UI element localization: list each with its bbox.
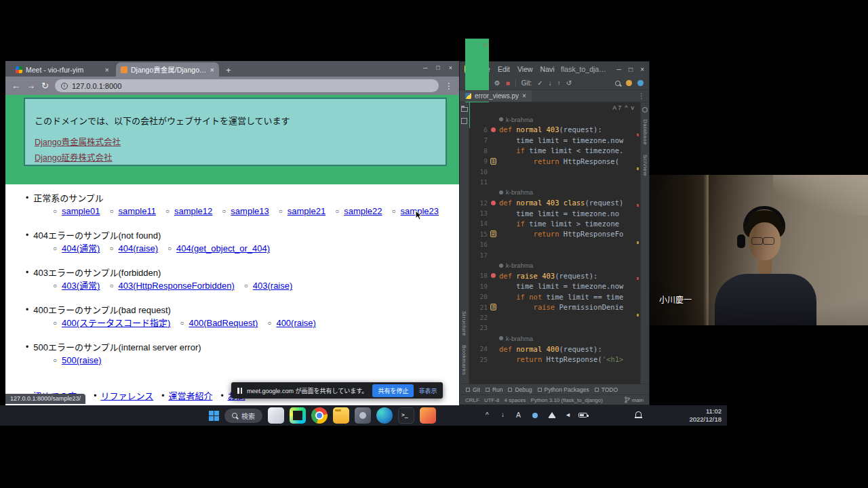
sample-link[interactable]: 404(通常) (62, 243, 100, 254)
search-everywhere-icon[interactable] (615, 81, 620, 86)
menu-naviga[interactable]: Naviga (540, 65, 555, 73)
tool-window-sciview[interactable]: SciView (642, 155, 648, 176)
sample-link[interactable]: 400(ステータスコード指定) (62, 318, 170, 329)
menu-view[interactable]: View (517, 65, 533, 73)
white-app-icon[interactable] (268, 407, 284, 424)
back-icon[interactable]: ← (12, 81, 20, 90)
sample-link[interactable]: sample21 (288, 206, 326, 217)
sample-link[interactable]: sample12 (174, 206, 212, 217)
sample-link[interactable]: 400(raise) (276, 318, 316, 329)
orange-app-icon[interactable] (420, 407, 436, 424)
tab-close-icon[interactable]: × (210, 66, 214, 74)
error-stripe[interactable] (637, 102, 639, 384)
address-bar[interactable]: i 127.0.0.1:8000 (55, 79, 439, 92)
footer-link[interactable]: 運営者紹介 (168, 389, 212, 402)
company-link[interactable]: Django貴金属株式会社 (35, 135, 121, 148)
tool-debug[interactable]: Debug (508, 386, 532, 393)
browser-menu-icon[interactable]: ⋮ (445, 81, 453, 91)
git-pull-icon[interactable]: ↓ (549, 80, 552, 87)
maximize-icon[interactable]: □ (436, 64, 439, 71)
tool-window-database[interactable]: Database (642, 119, 648, 145)
code-row: 22 (470, 312, 639, 323)
history-icon[interactable]: ↺ (566, 80, 572, 87)
tool-python-packages[interactable]: Python Packages (538, 386, 589, 393)
tab-close-icon[interactable]: × (105, 66, 109, 74)
tool-window-bookmarks[interactable]: Bookmarks (461, 345, 467, 375)
sample-link[interactable]: 403(HttpResponseForbidden) (118, 281, 234, 291)
new-tab-button[interactable]: + (226, 66, 231, 75)
footer-link[interactable]: リファレンス (100, 389, 153, 402)
tool-run[interactable]: Run (486, 386, 503, 393)
status-item[interactable]: CRLF (465, 397, 479, 403)
start-button[interactable] (209, 411, 219, 421)
sample-link[interactable]: 500(raise) (62, 355, 102, 366)
avatar-blue-icon[interactable] (637, 80, 644, 86)
status-item[interactable]: Python 3.10 (flask_to_django) (531, 397, 603, 403)
tool-window-structure[interactable]: Structure (461, 311, 467, 336)
taskbar-search[interactable]: 検索 (224, 409, 262, 423)
notifications-icon[interactable] (642, 107, 648, 113)
volume-icon[interactable]: ◄ (565, 411, 571, 418)
sample-link[interactable]: sample13 (231, 206, 269, 217)
code-editor[interactable]: A 7 ^ v k-brahma6def normal_403(request)… (470, 102, 639, 384)
stop-icon[interactable]: ■ (506, 80, 510, 87)
terminal-icon[interactable] (398, 407, 414, 424)
file-explorer-icon[interactable] (333, 407, 349, 424)
editor-options-icon[interactable]: ⋮ (638, 92, 645, 100)
maximize-icon[interactable]: □ (629, 66, 633, 73)
sample-link[interactable]: sample11 (118, 206, 155, 217)
sample-link[interactable]: 404(get_object_or_404) (176, 243, 270, 254)
tab-close-icon[interactable]: × (522, 92, 526, 100)
sample-link[interactable]: sample22 (344, 206, 382, 217)
avatar-orange-icon[interactable] (626, 80, 632, 86)
ime-indicator[interactable]: A (516, 411, 521, 419)
bluetooth-icon[interactable] (532, 413, 538, 418)
tool-todo[interactable]: TODO (595, 386, 618, 393)
chrome-icon[interactable] (311, 407, 328, 424)
git-branch-widget[interactable]: main (625, 396, 644, 403)
inspections-widget[interactable]: A 7 ^ v (612, 104, 634, 111)
close-icon[interactable]: × (640, 66, 644, 73)
sample-link[interactable]: 404(raise) (118, 243, 158, 254)
wifi-icon[interactable] (548, 412, 556, 418)
site-info-icon[interactable]: i (61, 83, 68, 89)
battery-icon[interactable] (578, 413, 587, 418)
taskbar-clock[interactable]: 11:02 2022/12/18 (689, 407, 722, 423)
project-tool-icon[interactable] (461, 107, 468, 112)
minimize-icon[interactable]: ─ (616, 66, 621, 73)
commit-check-icon[interactable]: ✓ (537, 80, 542, 87)
close-icon[interactable]: × (449, 64, 452, 71)
bullet-icon: • (26, 230, 28, 241)
editor-tab-error-views[interactable]: error_views.py × (460, 90, 532, 102)
next-problem-icon[interactable]: v (631, 104, 635, 111)
tab-django-site[interactable]: Django貴金属/Django証券の合併 × (116, 62, 219, 77)
prev-problem-icon[interactable]: ^ (625, 104, 627, 111)
tray-download-icon[interactable]: ↓ (501, 411, 505, 418)
company-link[interactable]: Django証券株式会社 (35, 150, 113, 163)
tray-chevron-icon[interactable]: ^ (486, 411, 489, 419)
tool-git[interactable]: Git (466, 386, 480, 393)
edge-icon[interactable] (376, 407, 393, 424)
tab-meet[interactable]: Meet - vio-rfur-yim × (11, 62, 114, 77)
stop-sharing-button[interactable]: 共有を停止 (372, 384, 414, 397)
page-section: •403エラーのサンプル(forbidden)○403(通常)○403(Http… (5, 268, 459, 291)
reload-icon[interactable]: ↻ (41, 81, 49, 90)
status-item[interactable]: UTF-8 (484, 397, 500, 403)
sample-link[interactable]: 400(BadRequest) (189, 318, 258, 329)
gray-app-icon[interactable] (355, 407, 371, 424)
sample-link[interactable]: sample01 (62, 206, 100, 217)
pycharm-icon[interactable] (290, 407, 306, 424)
sample-link[interactable]: 403(通常) (62, 281, 100, 291)
menu-edit[interactable]: Edit (498, 65, 510, 73)
git-push-icon[interactable]: ↑ (557, 80, 561, 87)
gear-icon[interactable]: ⚙ (494, 80, 500, 87)
minimize-icon[interactable]: ─ (423, 64, 427, 71)
hide-button[interactable]: 非表示 (418, 386, 437, 395)
commit-tool-icon[interactable] (461, 118, 467, 124)
forward-icon[interactable]: → (26, 81, 35, 90)
sample-link[interactable]: 403(raise) (253, 281, 293, 291)
status-item[interactable]: 4 spaces (505, 397, 526, 403)
notification-bell-icon[interactable] (635, 411, 642, 417)
line-number: 25 (470, 356, 488, 363)
code-text: return HttpResponse( (499, 157, 639, 165)
